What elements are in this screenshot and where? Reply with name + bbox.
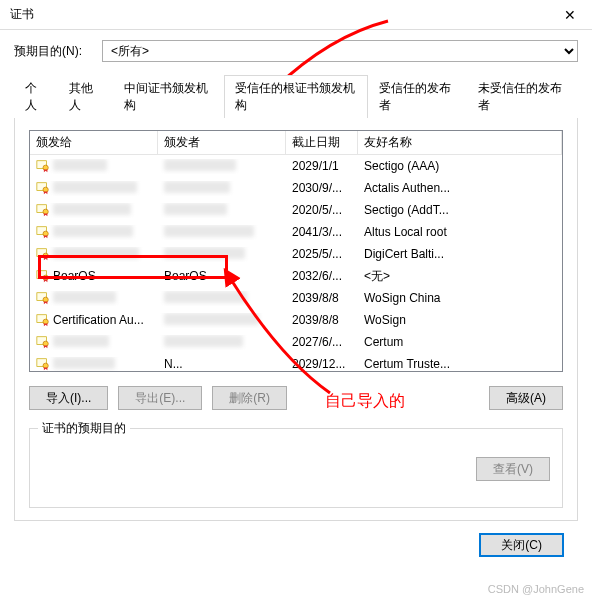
view-button[interactable]: 查看(V)	[476, 457, 550, 481]
tab-3[interactable]: 受信任的根证书颁发机构	[224, 75, 368, 118]
export-button[interactable]: 导出(E)...	[118, 386, 202, 410]
close-button[interactable]: 关闭(C)	[479, 533, 564, 557]
table-row[interactable]: 2039/8/8WoSign China	[30, 287, 562, 309]
tab-5[interactable]: 未受信任的发布者	[467, 75, 578, 118]
purpose-select[interactable]: <所有>	[102, 40, 578, 62]
table-row[interactable]: BearOSBearOS2032/6/...<无>	[30, 265, 562, 287]
table-row[interactable]: 2027/6/...Certum	[30, 331, 562, 353]
tab-1[interactable]: 其他人	[58, 75, 113, 118]
window-title: 证书	[10, 6, 34, 23]
table-row[interactable]: Certification Au...2039/8/8WoSign	[30, 309, 562, 331]
table-row[interactable]: 2020/5/...Sectigo (AddT...	[30, 199, 562, 221]
column-friendly[interactable]: 友好名称	[358, 131, 562, 154]
table-row[interactable]: 2030/9/...Actalis Authen...	[30, 177, 562, 199]
tab-2[interactable]: 中间证书颁发机构	[113, 75, 224, 118]
column-issuer[interactable]: 颁发者	[158, 131, 286, 154]
group-title: 证书的预期目的	[38, 420, 130, 437]
watermark: CSDN @JohnGene	[488, 583, 584, 595]
column-expires[interactable]: 截止日期	[286, 131, 358, 154]
import-button[interactable]: 导入(I)...	[29, 386, 108, 410]
certificate-list[interactable]: 颁发给 颁发者 截止日期 友好名称 2029/1/1Sectigo (AAA)2…	[29, 130, 563, 372]
advanced-button[interactable]: 高级(A)	[489, 386, 563, 410]
table-row[interactable]: 2029/1/1Sectigo (AAA)	[30, 155, 562, 177]
tab-0[interactable]: 个人	[14, 75, 58, 118]
column-issued-to[interactable]: 颁发给	[30, 131, 158, 154]
table-row[interactable]: 2041/3/...Altus Local root	[30, 221, 562, 243]
window-close-button[interactable]: ✕	[547, 0, 592, 30]
table-row[interactable]: 2025/5/...DigiCert Balti...	[30, 243, 562, 265]
tab-strip: 个人其他人中间证书颁发机构受信任的根证书颁发机构受信任的发布者未受信任的发布者	[14, 74, 578, 118]
purpose-label: 预期目的(N):	[14, 43, 82, 60]
remove-button[interactable]: 删除(R)	[212, 386, 287, 410]
table-row[interactable]: N...2029/12...Certum Truste...	[30, 353, 562, 372]
tab-4[interactable]: 受信任的发布者	[368, 75, 468, 118]
